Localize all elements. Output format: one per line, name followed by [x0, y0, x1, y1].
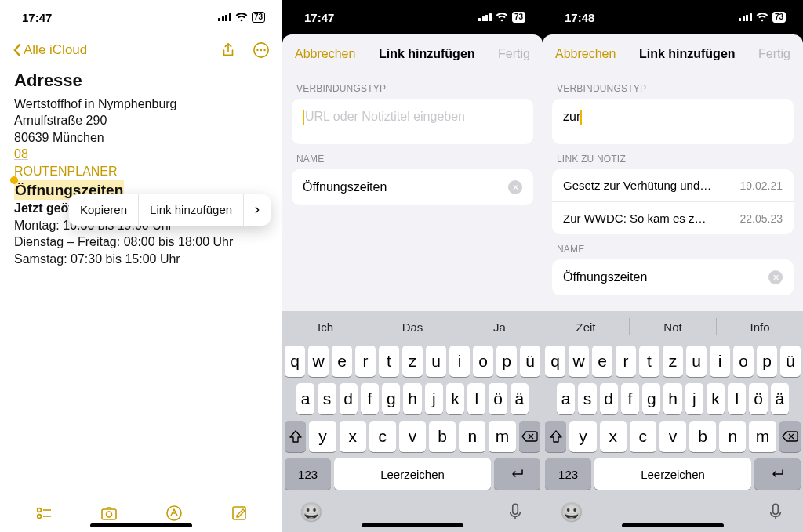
- clear-icon[interactable]: ✕: [508, 180, 522, 194]
- key-c[interactable]: c: [369, 421, 396, 452]
- share-icon[interactable]: [220, 42, 237, 59]
- key-t[interactable]: t: [639, 346, 659, 377]
- key-w[interactable]: w: [308, 346, 329, 377]
- key-z[interactable]: z: [663, 346, 683, 377]
- key-v[interactable]: v: [399, 421, 426, 452]
- numbers-key[interactable]: 123: [285, 458, 331, 490]
- key-k[interactable]: k: [707, 383, 725, 414]
- key-r[interactable]: r: [355, 346, 376, 377]
- note-content[interactable]: Adresse Wertstoffhof in Nymphenburg Arnu…: [0, 66, 282, 494]
- key-n[interactable]: n: [459, 421, 485, 452]
- key-i[interactable]: i: [449, 346, 470, 377]
- key-h[interactable]: h: [663, 383, 681, 414]
- markup-icon[interactable]: [165, 504, 183, 523]
- emoji-icon[interactable]: 😀: [560, 501, 580, 522]
- key-t[interactable]: t: [379, 346, 399, 377]
- key-e[interactable]: e: [592, 346, 612, 377]
- mic-icon[interactable]: [505, 501, 525, 522]
- context-add-link[interactable]: Link hinzufügen: [139, 194, 244, 226]
- suggestion[interactable]: Das: [369, 320, 456, 334]
- cancel-button[interactable]: Abbrechen: [295, 47, 355, 61]
- key-l[interactable]: l: [467, 383, 485, 414]
- key-s[interactable]: s: [318, 383, 336, 414]
- key-u[interactable]: u: [426, 346, 446, 377]
- key-u[interactable]: u: [686, 346, 707, 377]
- key-o[interactable]: o: [473, 346, 493, 377]
- key-j[interactable]: j: [685, 383, 703, 414]
- home-indicator[interactable]: [622, 523, 724, 527]
- done-button[interactable]: Fertig: [498, 47, 530, 61]
- key-b[interactable]: b: [429, 421, 456, 452]
- shift-key[interactable]: [545, 421, 566, 452]
- delete-key[interactable]: [519, 421, 540, 452]
- key-y[interactable]: y: [569, 421, 596, 452]
- key-j[interactable]: j: [425, 383, 443, 414]
- key-m[interactable]: m: [749, 421, 776, 452]
- name-input[interactable]: Öffnungszeiten ✕: [552, 259, 794, 295]
- key-d[interactable]: d: [600, 383, 618, 414]
- suggestion[interactable]: Ja: [456, 320, 543, 334]
- key-h[interactable]: h: [403, 383, 421, 414]
- key-q[interactable]: q: [285, 346, 305, 377]
- checklist-icon[interactable]: [35, 504, 53, 523]
- note-link[interactable]: 08: [14, 147, 28, 161]
- note-result-row[interactable]: Zur WWDC: So kam es zu… 22.05.23: [552, 201, 794, 234]
- done-button[interactable]: Fertig: [758, 47, 790, 61]
- key-o[interactable]: o: [733, 346, 754, 377]
- key-p[interactable]: p: [757, 346, 777, 377]
- more-icon[interactable]: [253, 42, 270, 59]
- key-g[interactable]: g: [642, 383, 660, 414]
- suggestion[interactable]: Zeit: [543, 320, 629, 334]
- key-x[interactable]: x: [340, 421, 366, 452]
- emoji-icon[interactable]: 😀: [300, 501, 320, 522]
- key-n[interactable]: n: [719, 421, 746, 452]
- home-indicator[interactable]: [362, 523, 463, 527]
- key-a[interactable]: a: [296, 383, 314, 414]
- back-button[interactable]: Alle iCloud: [13, 42, 87, 58]
- key-b[interactable]: b: [689, 421, 716, 452]
- key-i[interactable]: i: [710, 346, 730, 377]
- key-r[interactable]: r: [616, 346, 636, 377]
- note-result-row[interactable]: Gesetz zur Verhütung und B… 19.02.21: [552, 169, 794, 201]
- url-input[interactable]: zur: [552, 99, 794, 144]
- key-q[interactable]: q: [545, 346, 565, 377]
- key-c[interactable]: c: [630, 421, 656, 452]
- mic-icon[interactable]: [765, 501, 786, 522]
- suggestion[interactable]: Ich: [282, 320, 369, 334]
- key-k[interactable]: k: [446, 383, 464, 414]
- key-ü[interactable]: ü: [780, 346, 801, 377]
- cancel-button[interactable]: Abbrechen: [555, 47, 616, 61]
- numbers-key[interactable]: 123: [545, 458, 591, 490]
- clear-icon[interactable]: ✕: [768, 270, 783, 284]
- key-z[interactable]: z: [402, 346, 423, 377]
- key-ö[interactable]: ö: [749, 383, 767, 414]
- key-w[interactable]: w: [569, 346, 589, 377]
- space-key[interactable]: Leerzeichen: [334, 458, 491, 490]
- key-ä[interactable]: ä: [771, 383, 789, 414]
- key-f[interactable]: f: [361, 383, 379, 414]
- name-input[interactable]: Öffnungszeiten ✕: [292, 169, 533, 205]
- key-l[interactable]: l: [728, 383, 746, 414]
- key-ä[interactable]: ä: [511, 383, 529, 414]
- key-ö[interactable]: ö: [489, 383, 507, 414]
- space-key[interactable]: Leerzeichen: [594, 458, 751, 490]
- context-more[interactable]: [244, 194, 271, 226]
- return-key[interactable]: [754, 458, 801, 490]
- key-m[interactable]: m: [489, 421, 515, 452]
- key-s[interactable]: s: [578, 383, 596, 414]
- key-v[interactable]: v: [659, 421, 686, 452]
- key-e[interactable]: e: [332, 346, 352, 377]
- context-copy[interactable]: Kopieren: [69, 194, 139, 226]
- home-indicator[interactable]: [90, 523, 192, 527]
- key-p[interactable]: p: [496, 346, 517, 377]
- compose-icon[interactable]: [230, 504, 249, 523]
- key-f[interactable]: f: [621, 383, 639, 414]
- return-key[interactable]: [494, 458, 540, 490]
- key-a[interactable]: a: [557, 383, 575, 414]
- url-input[interactable]: URL oder Notiztitel eingeben: [292, 99, 533, 144]
- camera-icon[interactable]: [100, 504, 118, 523]
- suggestion[interactable]: Not: [630, 320, 716, 334]
- key-d[interactable]: d: [340, 383, 358, 414]
- key-x[interactable]: x: [600, 421, 627, 452]
- suggestion[interactable]: Info: [717, 320, 803, 334]
